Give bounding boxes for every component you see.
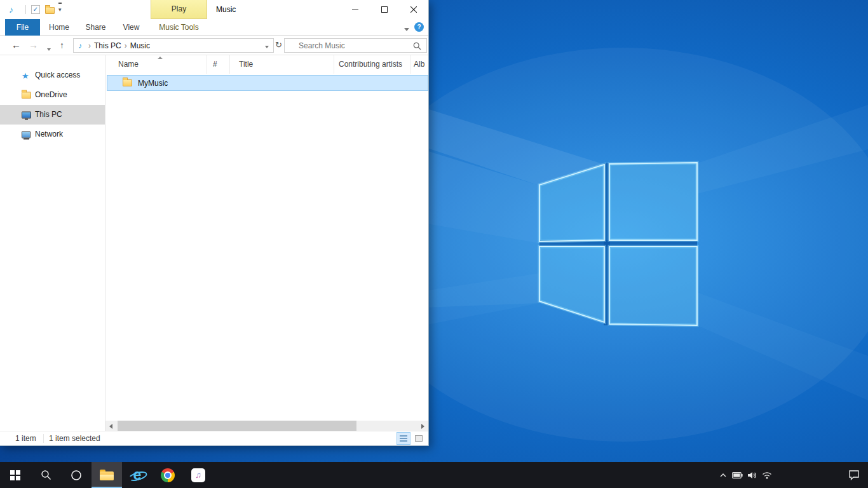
ribbon-tab-row: File Home Share View Music Tools ? bbox=[0, 19, 428, 36]
breadcrumb-chevron-icon[interactable]: › bbox=[88, 41, 91, 50]
music-note-icon: ♪ bbox=[9, 4, 13, 15]
sidebar-item-label: Quick access bbox=[35, 71, 80, 79]
breadcrumb-chevron-icon[interactable]: › bbox=[125, 41, 127, 50]
tray-expand-button[interactable] bbox=[715, 462, 730, 488]
search-icon bbox=[41, 470, 51, 480]
sidebar-item-onedrive[interactable]: OneDrive bbox=[0, 85, 105, 105]
contextual-group-label[interactable]: Play bbox=[151, 0, 207, 19]
qat-check-icon[interactable]: ✓ bbox=[31, 5, 40, 14]
maximize-button[interactable] bbox=[370, 0, 399, 19]
internet-explorer-icon: e bbox=[129, 467, 146, 484]
taskbar-internet-explorer-button[interactable]: e bbox=[122, 462, 153, 488]
address-dropdown-chevron-icon[interactable] bbox=[261, 41, 273, 50]
tab-home[interactable]: Home bbox=[44, 19, 74, 36]
search-box[interactable] bbox=[284, 38, 427, 53]
search-icon bbox=[413, 42, 421, 50]
windows-start-icon bbox=[10, 470, 20, 480]
refresh-button[interactable]: ↻ bbox=[275, 36, 282, 55]
details-view-button[interactable] bbox=[397, 432, 410, 445]
separator bbox=[25, 5, 26, 14]
taskbar-itunes-button[interactable]: ♫ bbox=[183, 462, 214, 488]
title-bar[interactable]: ♪ ✓ ▾ Play Music bbox=[0, 0, 428, 19]
tab-share[interactable]: Share bbox=[81, 19, 111, 36]
recent-locations-chevron-icon[interactable] bbox=[47, 44, 51, 53]
sidebar-item-label: OneDrive bbox=[35, 90, 67, 99]
tab-file[interactable]: File bbox=[5, 19, 40, 36]
qat-customize-chevron-icon[interactable]: ▾ bbox=[58, 3, 62, 15]
battery-button[interactable] bbox=[730, 462, 745, 488]
column-header-album[interactable]: Alb bbox=[410, 55, 429, 74]
minimize-button[interactable] bbox=[341, 0, 370, 19]
taskbar-file-explorer-button[interactable] bbox=[92, 462, 122, 488]
action-center-button[interactable] bbox=[840, 462, 868, 488]
status-item-count: 1 item bbox=[15, 431, 36, 445]
scroll-left-button[interactable] bbox=[105, 421, 116, 431]
maximize-icon bbox=[381, 6, 388, 13]
sidebar-item-quick-access[interactable]: ★ Quick access bbox=[0, 65, 105, 85]
tab-view[interactable]: View bbox=[117, 19, 146, 36]
chrome-icon bbox=[161, 468, 175, 482]
network-icon bbox=[22, 131, 31, 138]
qat-folder-icon[interactable] bbox=[45, 6, 55, 15]
up-button[interactable]: ↑ bbox=[60, 36, 64, 55]
back-button[interactable]: ← bbox=[11, 36, 21, 55]
column-header-title[interactable]: Title bbox=[230, 55, 334, 74]
action-center-icon bbox=[848, 470, 860, 480]
close-button[interactable] bbox=[399, 0, 428, 19]
sidebar-item-label: This PC bbox=[35, 110, 62, 119]
wifi-icon bbox=[762, 471, 772, 479]
system-tray bbox=[715, 462, 868, 488]
tab-music-tools[interactable]: Music Tools bbox=[151, 19, 207, 36]
navigation-pane: ★ Quick access OneDrive This PC Network bbox=[0, 55, 105, 431]
taskbar-chrome-button[interactable] bbox=[153, 462, 183, 488]
taskbar-search-button[interactable] bbox=[31, 462, 61, 488]
column-label: # bbox=[213, 60, 217, 69]
cortana-circle-icon bbox=[71, 470, 82, 481]
separator bbox=[43, 434, 44, 443]
horizontal-scrollbar[interactable] bbox=[105, 421, 428, 431]
scroll-right-button[interactable] bbox=[417, 421, 428, 431]
column-label: Contributing artists bbox=[339, 60, 402, 69]
column-header-name[interactable]: Name bbox=[105, 55, 207, 74]
window-title: Music bbox=[216, 0, 236, 19]
address-music-note-icon: ♪ bbox=[78, 41, 82, 50]
search-input[interactable] bbox=[285, 39, 426, 52]
file-row-mymusic[interactable]: MyMusic bbox=[107, 75, 428, 91]
computer-icon bbox=[22, 111, 31, 118]
address-bar[interactable]: ♪ › This PC › Music bbox=[73, 38, 274, 53]
sidebar-item-label: Network bbox=[35, 130, 63, 139]
column-label: Name bbox=[118, 60, 139, 69]
window-controls bbox=[341, 0, 428, 19]
column-header-artists[interactable]: Contributing artists bbox=[334, 55, 410, 74]
status-bar: 1 item 1 item selected bbox=[0, 431, 428, 445]
explorer-body: ★ Quick access OneDrive This PC Network bbox=[0, 55, 428, 431]
breadcrumb-music[interactable]: Music bbox=[130, 41, 150, 50]
breadcrumb-this-pc[interactable]: This PC bbox=[94, 41, 121, 50]
folder-icon bbox=[22, 92, 31, 98]
ribbon-collapse-chevron-icon[interactable] bbox=[404, 24, 409, 33]
column-label: Title bbox=[239, 60, 253, 69]
help-button[interactable]: ? bbox=[414, 22, 424, 32]
taskbar: e ♫ bbox=[0, 462, 868, 488]
chevron-up-icon bbox=[719, 471, 727, 479]
thumbnails-view-button[interactable] bbox=[412, 432, 426, 445]
scrollbar-thumb[interactable] bbox=[118, 421, 356, 431]
column-label: Alb bbox=[414, 60, 424, 69]
forward-button[interactable]: → bbox=[29, 36, 38, 55]
sidebar-item-this-pc[interactable]: This PC bbox=[0, 105, 105, 125]
cortana-button[interactable] bbox=[61, 462, 92, 488]
volume-button[interactable] bbox=[745, 462, 759, 488]
sidebar-item-network[interactable]: Network bbox=[0, 125, 105, 144]
network-button[interactable] bbox=[759, 462, 774, 488]
column-header-number[interactable]: # bbox=[207, 55, 230, 74]
triangle-left-icon bbox=[109, 424, 112, 429]
start-button[interactable] bbox=[0, 462, 31, 488]
file-list: Name # Title Contributing artists Alb My… bbox=[105, 55, 428, 431]
desktop: ♪ ✓ ▾ Play Music File Home Share bbox=[0, 0, 868, 488]
close-icon bbox=[410, 6, 417, 13]
volume-icon bbox=[748, 471, 757, 479]
view-toggle-group bbox=[397, 432, 426, 445]
triangle-right-icon bbox=[421, 424, 424, 429]
details-view-icon bbox=[400, 435, 407, 442]
status-selected-count: 1 item selected bbox=[49, 431, 100, 445]
